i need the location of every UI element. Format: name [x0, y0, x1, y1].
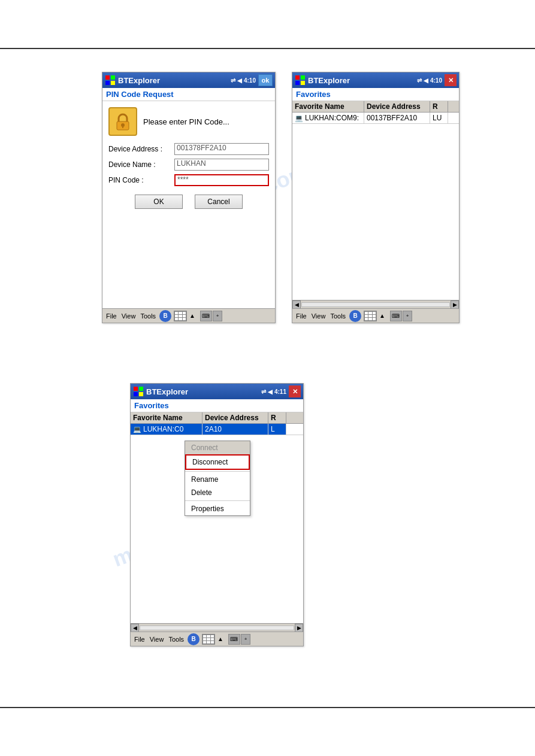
favorites-section-header-2: Favorites [292, 88, 459, 101]
context-disconnect[interactable]: Disconnect [185, 454, 250, 470]
svg-rect-11 [134, 387, 138, 391]
scroll-left-3[interactable]: ◀ [131, 624, 139, 632]
table-header-2: Favorite Name Device Address R [292, 101, 459, 113]
device-address-label: Device Address : [108, 145, 174, 153]
lock-icon [108, 107, 137, 136]
taskbar-1: File View Tools B ▲ ⌨ + [102, 308, 275, 323]
titlebar-1-icons: ⇌ ◀ 4:10 [231, 77, 256, 84]
context-delete[interactable]: Delete [185, 486, 250, 499]
taskbar-3: File View Tools B ▲ ⌨ + [131, 631, 303, 646]
taskbar-file-1[interactable]: File [105, 312, 118, 320]
context-menu: Connect Disconnect Rename Delete Propert… [185, 441, 250, 516]
row-icon-3: 💻 [133, 426, 141, 433]
screen-pin-code: BTExplorer ⇌ ◀ 4:10 ok PIN Code Request … [102, 72, 276, 323]
scroll-right-3[interactable]: ▶ [295, 624, 303, 632]
pin-code-row: PIN Code : **** [108, 174, 269, 186]
titlebar-2-icons: ⇌ ◀ 4:10 [417, 77, 442, 84]
table-row-3-0[interactable]: 💻 LUKHAN:C0 2A10 L [131, 424, 303, 435]
titlebar-1-title: BTExplorer [118, 76, 231, 85]
svg-rect-8 [301, 75, 305, 80]
titlebar-2-title: BTExplorer [308, 76, 417, 85]
svg-rect-7 [295, 75, 300, 80]
pin-ok-button[interactable]: OK [135, 195, 183, 209]
context-properties[interactable]: Properties [185, 502, 250, 515]
taskbar-arrow-3: ▲ [217, 636, 223, 642]
col-header-r-2: R [430, 101, 448, 112]
close-button-2[interactable]: ✕ [445, 74, 457, 86]
pin-header-row: Please enter PIN Code... [108, 107, 269, 136]
table-header-3: Favorite Name Device Address R [131, 412, 303, 424]
close-button-3[interactable]: ✕ [289, 385, 301, 397]
taskbar-kbd-3[interactable]: ⌨ [228, 634, 240, 645]
pin-code-input[interactable]: **** [174, 174, 269, 186]
grid-icon-3[interactable] [202, 634, 215, 645]
scroll-right-2[interactable]: ▶ [451, 300, 459, 309]
taskbar-view-1[interactable]: View [120, 312, 137, 320]
grid-icon-2[interactable] [364, 311, 377, 321]
svg-rect-1 [111, 75, 115, 80]
taskbar-kbd-2[interactable]: ⌨ [390, 311, 402, 321]
taskbar-kbd-1[interactable]: ⌨ [200, 311, 212, 321]
pin-cancel-button[interactable]: Cancel [195, 195, 243, 209]
titlebar-3: BTExplorer ⇌ ◀ 4:11 ✕ [131, 384, 303, 399]
grid-icon-1[interactable] [174, 311, 187, 321]
titlebar-3-icons: ⇌ ◀ 4:11 [261, 388, 286, 395]
col-header-name-2: Favorite Name [292, 101, 364, 112]
pin-code-label: PIN Code : [108, 176, 174, 184]
context-connect[interactable]: Connect [185, 441, 250, 454]
device-name-input[interactable]: LUKHAN [174, 159, 269, 171]
table-cell-addr-2-0: 00137BFF2A10 [364, 113, 430, 123]
bottom-rule [0, 707, 535, 708]
scroll-track-2[interactable] [301, 302, 450, 307]
col-header-addr-2: Device Address [364, 101, 430, 112]
pin-buttons: OK Cancel [108, 195, 269, 209]
svg-rect-12 [139, 387, 143, 391]
context-separator-2 [185, 500, 250, 501]
context-separator-1 [185, 471, 250, 472]
screen-favorites-1: BTExplorer ⇌ ◀ 4:10 ✕ Favorites Favorite… [292, 72, 460, 323]
context-rename[interactable]: Rename [185, 473, 250, 486]
table-cell-r-2-0: LU [430, 113, 448, 123]
scrollbar-h-2[interactable]: ◀ ▶ [292, 300, 459, 308]
col-header-r-3: R [268, 412, 286, 423]
taskbar-file-3[interactable]: File [133, 636, 146, 643]
taskbar-file-2[interactable]: File [295, 312, 308, 320]
svg-rect-0 [105, 75, 110, 80]
taskbar-tools-2[interactable]: Tools [329, 312, 347, 320]
svg-rect-3 [111, 81, 115, 85]
titlebar-ok-button[interactable]: ok [258, 74, 273, 86]
bluetooth-icon-2[interactable]: B [349, 310, 361, 322]
windows-logo-icon-3 [133, 386, 144, 397]
svg-rect-6 [122, 125, 123, 128]
top-rule [0, 48, 535, 49]
bluetooth-icon-1[interactable]: B [159, 310, 171, 322]
taskbar-view-3[interactable]: View [149, 636, 165, 643]
taskbar-arrow-1: ▲ [189, 312, 195, 319]
taskbar-view-2[interactable]: View [310, 312, 327, 320]
taskbar-plus-1[interactable]: + [213, 311, 222, 321]
taskbar-tools-1[interactable]: Tools [139, 312, 157, 320]
table-cell-name-2-0: 💻 LUKHAN:COM9: [292, 113, 364, 123]
taskbar-tools-3[interactable]: Tools [167, 636, 185, 643]
taskbar-plus-2[interactable]: + [403, 311, 412, 321]
scroll-track-3[interactable] [140, 626, 294, 630]
titlebar-3-title: BTExplorer [146, 387, 261, 396]
bluetooth-icon-3[interactable]: B [188, 633, 200, 645]
taskbar-plus-3[interactable]: + [241, 634, 250, 645]
taskbar-2: File View Tools B ▲ ⌨ + [292, 308, 459, 323]
svg-rect-10 [301, 81, 305, 85]
col-header-addr-3: Device Address [202, 412, 268, 423]
svg-rect-14 [139, 392, 143, 396]
scroll-left-2[interactable]: ◀ [292, 300, 301, 309]
table-cell-addr-3-0: 2A10 [202, 424, 268, 435]
device-name-row: Device Name : LUKHAN [108, 159, 269, 171]
device-address-input[interactable]: 001378FF2A10 [174, 143, 269, 155]
svg-rect-2 [105, 81, 110, 85]
pin-section-header: PIN Code Request [102, 88, 275, 101]
scrollbar-h-3[interactable]: ◀ ▶ [131, 623, 303, 631]
table-row-2-0[interactable]: 💻 LUKHAN:COM9: 00137BFF2A10 LU [292, 113, 459, 124]
svg-rect-9 [295, 81, 300, 85]
col-header-name-3: Favorite Name [131, 412, 202, 423]
row-icon-2: 💻 [295, 114, 303, 122]
pin-body: Please enter PIN Code... Device Address … [102, 101, 275, 215]
